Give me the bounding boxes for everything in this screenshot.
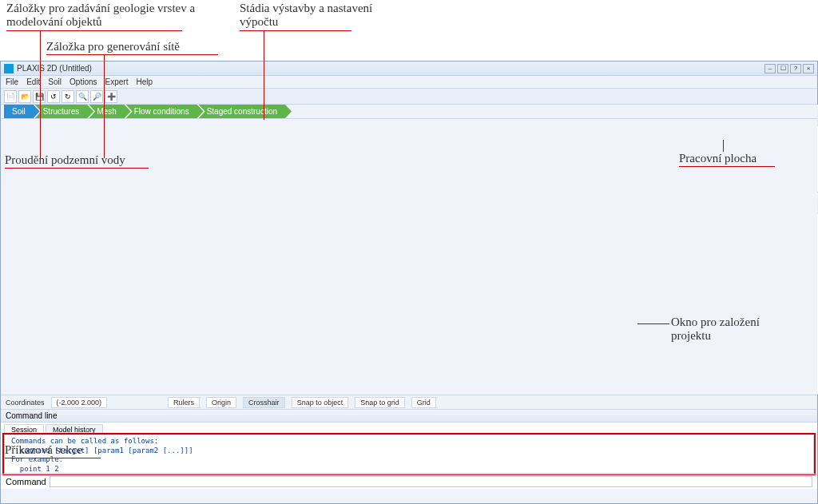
tab-flow-conditions[interactable]: Flow conditions	[126, 105, 204, 118]
window-title: PLAXIS 2D (Untitled)	[17, 64, 92, 73]
min-button[interactable]: –	[764, 64, 776, 73]
tb-save-icon[interactable]: 💾	[33, 90, 46, 103]
anno-mesh: Záložka pro generování sítě	[46, 40, 180, 54]
tab-structures[interactable]: Structures	[35, 105, 94, 118]
anno-workspace: Pracovní plocha	[679, 152, 756, 165]
anno-stages: Stádia výstavby a nastavení výpočtu	[240, 2, 383, 29]
anno-command: Příkazová sekce	[5, 443, 82, 457]
coord-label: Coordinates	[6, 399, 45, 407]
coord-value: (-2.000 2.000)	[51, 397, 108, 408]
anno-stages-pointer	[264, 30, 264, 120]
phase-tabs: Soil Structures Mesh Flow conditions Sta…	[1, 105, 817, 119]
menu-expert[interactable]: Expert	[105, 77, 129, 86]
cmd-tabs: Session Model history	[1, 423, 817, 435]
toolbar: 📄 📂 💾 ↺ ↻ 🔍 🔎 ➕	[1, 89, 817, 105]
app-window: PLAXIS 2D (Untitled) – ☐ ? × File Edit S…	[0, 61, 818, 504]
menubar: File Edit Soil Options Expert Help	[1, 76, 817, 89]
tb-zoomout-icon[interactable]: 🔎	[90, 90, 103, 103]
tb-open-icon[interactable]: 📂	[18, 90, 31, 103]
menu-help[interactable]: Help	[136, 77, 153, 86]
tb-add-icon[interactable]: ➕	[105, 90, 117, 103]
sb-snap-grid[interactable]: Snap to grid	[355, 397, 405, 408]
help-button[interactable]: ?	[790, 64, 801, 73]
tb-new-icon[interactable]: 📄	[4, 90, 17, 103]
sb-grid[interactable]: Grid	[411, 397, 436, 408]
tab-mesh[interactable]: Mesh	[89, 105, 130, 118]
anno-geology-underline	[6, 30, 182, 31]
sb-snap-object[interactable]: Snap to object	[292, 397, 349, 408]
cmd-prompt: Command	[6, 477, 46, 486]
tb-zoomin-icon[interactable]: 🔍	[76, 90, 89, 103]
anno-mesh-pointer	[104, 54, 105, 158]
tb-undo-icon[interactable]: ↺	[47, 90, 60, 103]
tab-staged-construction[interactable]: Staged construction	[199, 105, 292, 118]
anno-workspace-pointer	[723, 140, 724, 152]
anno-geology-pointer	[40, 30, 41, 158]
cmd-input[interactable]	[50, 476, 812, 487]
sb-origin[interactable]: Origin	[206, 397, 236, 408]
command-area: Command line Session Model history Comma…	[1, 409, 817, 489]
cmd-tab-history[interactable]: Model history	[46, 424, 103, 435]
anno-command-underline	[5, 458, 101, 458]
anno-mesh-underline	[46, 54, 218, 55]
anno-flow: Proudění podzemní vody	[5, 153, 125, 167]
menu-soil[interactable]: Soil	[48, 77, 62, 86]
anno-project-dlg-line	[637, 323, 669, 324]
tb-redo-icon[interactable]: ↻	[62, 90, 74, 103]
sb-crosshair[interactable]: Crosshair	[243, 397, 285, 408]
menu-options[interactable]: Options	[69, 77, 97, 86]
max-button[interactable]: ☐	[777, 64, 788, 73]
anno-geology: Záložky pro zadávání geologie vrstev a m…	[6, 2, 198, 29]
anno-flow-underline	[5, 168, 149, 169]
cmd-title: Command line	[1, 410, 817, 423]
cmd-tab-session[interactable]: Session	[4, 424, 44, 435]
app-logo-icon	[4, 64, 14, 73]
titlebar: PLAXIS 2D (Untitled) – ☐ ? ×	[1, 62, 817, 76]
sb-rulers[interactable]: Rulers	[168, 397, 200, 408]
anno-project-dlg: Okno pro založení projektu	[671, 315, 799, 343]
menu-file[interactable]: File	[6, 77, 18, 86]
anno-stages-underline	[240, 30, 351, 31]
anno-workspace-underline	[679, 166, 775, 167]
menu-edit[interactable]: Edit	[26, 77, 40, 86]
cmd-body: Commands can be called as follows: comma…	[4, 435, 814, 474]
statusbar: Coordinates (-2.000 2.000) Rulers Origin…	[1, 395, 817, 409]
close-button[interactable]: ×	[803, 64, 814, 73]
tab-soil[interactable]: Soil	[4, 105, 40, 118]
